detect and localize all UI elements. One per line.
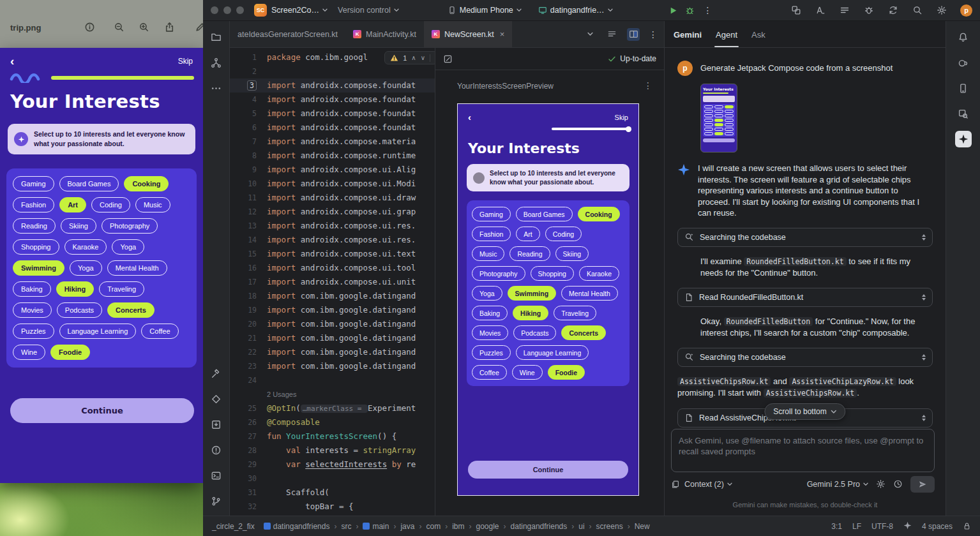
notifications-icon[interactable]	[955, 29, 972, 45]
problems-tool-icon[interactable]	[208, 442, 225, 458]
indent-indicator[interactable]: 4 spaces	[922, 522, 953, 531]
breadcrumb-item-screens[interactable]: screens	[596, 522, 623, 531]
layout-inspector-icon[interactable]	[790, 4, 802, 16]
tab-newscreen[interactable]: K NewScreen.kt ×	[424, 21, 512, 47]
run-target-selector[interactable]: datingandfrie…	[538, 6, 613, 15]
tab-dateideasgeneratorscreen[interactable]: ateIdeasGeneratorScreen.kt	[230, 21, 345, 47]
expand-collapse-icon[interactable]	[922, 354, 926, 361]
expand-collapse-icon[interactable]	[922, 294, 926, 301]
breadcrumb-item-datingandfriends[interactable]: datingandfriends	[264, 522, 330, 531]
tab-mainactivity[interactable]: K MainActivity.kt	[345, 21, 424, 47]
traffic-light-zoom[interactable]	[236, 6, 244, 14]
zoom-in-icon[interactable]	[137, 20, 150, 33]
tab-ask[interactable]: Ask	[751, 30, 765, 47]
status-branch-label[interactable]: _circle_2_fix	[212, 522, 255, 531]
caret-position[interactable]: 3:1	[831, 522, 842, 531]
preview-phone-frame[interactable]: ‹ Skip Your Interests Select up to 10 in…	[457, 103, 639, 496]
breadcrumb-item-new[interactable]: New	[635, 522, 650, 531]
code-line: 12import androidx.compose.ui.grap	[230, 205, 435, 219]
interest-chip-skiing: Skiing	[61, 218, 96, 234]
code-line: 2	[230, 64, 435, 78]
tab-agent[interactable]: Agent	[716, 30, 737, 47]
app-inspection-tool-icon[interactable]	[955, 105, 972, 122]
previous-problem-icon[interactable]: ∧	[411, 54, 416, 61]
breadcrumb-item-ui[interactable]: ui	[578, 522, 584, 531]
breadcrumb-item-src[interactable]: src	[341, 522, 351, 531]
scroll-to-bottom-button[interactable]: Scroll to bottom	[764, 403, 845, 420]
breadcrumb-item-google[interactable]: google	[476, 522, 499, 531]
more-tool-windows-icon[interactable]	[208, 80, 225, 96]
vcs-selector[interactable]: Version control	[338, 6, 399, 15]
line-number: 14	[230, 233, 266, 247]
gradle-tool-icon[interactable]	[955, 54, 972, 71]
device-selector[interactable]: Medium Phone	[448, 6, 522, 15]
breadcrumb-item-main[interactable]: main	[363, 522, 389, 531]
preview-name-label[interactable]: YourInterestsScreenPreview	[457, 82, 554, 91]
breadcrumb-item-java[interactable]: java	[400, 522, 414, 531]
editor-view-mode-icon[interactable]	[605, 28, 618, 41]
terminal-tool-icon[interactable]	[208, 467, 225, 484]
build-tool-icon[interactable]	[208, 365, 225, 382]
preview-ui-check-icon[interactable]	[443, 54, 453, 64]
context-attach-icon[interactable]	[671, 480, 680, 489]
preview-canvas[interactable]: YourInterestsScreenPreview ⋮ ‹ Skip Your…	[435, 70, 664, 515]
device-manager-icon[interactable]	[955, 80, 972, 96]
inline-code: AssistiveChipsRow.kt	[764, 389, 857, 398]
preview-options-icon[interactable]: ⋮	[644, 80, 652, 91]
breadcrumb-item-ibm[interactable]: ibm	[452, 522, 464, 531]
traffic-light-minimize[interactable]	[223, 6, 231, 14]
history-icon[interactable]	[893, 479, 903, 489]
model-selector[interactable]: Gemini 2.5 Pro	[807, 480, 868, 489]
line-separator-indicator[interactable]: LF	[852, 522, 861, 531]
breadcrumb-item-com[interactable]: com	[426, 522, 441, 531]
settings-gear-icon[interactable]	[936, 4, 947, 16]
version-control-tool-icon[interactable]	[208, 493, 225, 509]
code-editor[interactable]: 1package com.ibm.googl23import androidx.…	[230, 48, 435, 516]
share-icon[interactable]	[163, 20, 176, 33]
encoding-indicator[interactable]: UTF-8	[871, 522, 893, 531]
send-button[interactable]	[910, 476, 935, 493]
tab-options-icon[interactable]: ⋮	[649, 29, 658, 40]
gemini-tool-icon[interactable]	[955, 131, 972, 147]
interest-chip-concerts: Concerts	[107, 302, 155, 318]
search-icon[interactable]	[912, 4, 923, 16]
search-codebase-icon	[684, 232, 694, 242]
tool-card-search-2[interactable]: Searching the codebase	[677, 348, 933, 367]
tool-card-search-1[interactable]: Searching the codebase	[677, 228, 933, 247]
sync-project-icon[interactable]	[887, 4, 899, 16]
edit-pencil-icon[interactable]	[193, 20, 203, 33]
run-more-options-icon[interactable]: ⋮	[704, 5, 712, 15]
quicklook-titlebar[interactable]: trip.png	[0, 0, 203, 48]
thumbnail-chip-pill	[725, 123, 734, 126]
readonly-lock-icon[interactable]	[963, 522, 971, 530]
context-selector[interactable]: Context (2)	[684, 480, 732, 489]
gemini-settings-icon[interactable]	[876, 479, 886, 489]
app-quality-insights-icon[interactable]	[208, 391, 225, 407]
gemini-prompt-input[interactable]	[672, 429, 934, 472]
user-avatar[interactable]: p	[960, 4, 972, 17]
hidden-tabs-chevron-icon[interactable]	[584, 28, 596, 41]
tool-card-read-file-1[interactable]: Read RoundedFilledButton.kt	[677, 288, 933, 307]
expand-collapse-icon[interactable]	[922, 234, 926, 241]
live-edit-icon[interactable]	[815, 4, 826, 16]
expand-collapse-icon[interactable]	[922, 415, 926, 421]
traffic-light-close[interactable]	[211, 6, 218, 14]
tab-close-icon[interactable]: ×	[500, 29, 505, 39]
breadcrumb-item-datingandfriends[interactable]: datingandfriends	[511, 522, 568, 531]
info-icon[interactable]	[83, 20, 96, 33]
run-button[interactable]	[668, 4, 679, 16]
app-inspection-icon[interactable]	[863, 4, 875, 16]
project-tool-icon[interactable]	[208, 29, 225, 45]
ai-status-spark-icon[interactable]	[903, 521, 912, 532]
logcat-icon[interactable]	[839, 4, 850, 16]
next-problem-icon[interactable]: ∨	[421, 54, 425, 61]
resource-manager-icon[interactable]	[208, 416, 225, 433]
attached-screenshot-thumbnail[interactable]: Your Interests	[700, 84, 737, 153]
split-editor-icon[interactable]	[627, 28, 640, 41]
inspection-widget[interactable]: 1 ∧ ∨	[384, 51, 435, 64]
send-icon	[918, 480, 927, 489]
debug-button[interactable]	[684, 4, 696, 16]
project-selector[interactable]: Screen2Co…	[271, 6, 328, 15]
zoom-out-icon[interactable]	[112, 20, 125, 33]
structure-tool-icon[interactable]	[208, 54, 225, 71]
